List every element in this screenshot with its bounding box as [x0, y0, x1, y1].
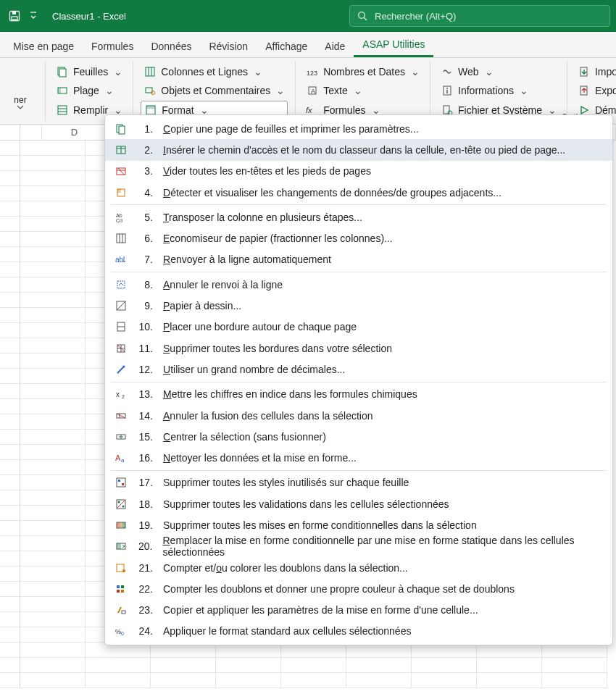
menu-item-16[interactable]: Aa16.Nettoyer les données et la mise en … [105, 447, 612, 468]
cell[interactable] [20, 171, 86, 186]
menu-item-17[interactable]: 17.Supprimer toutes les styles inutilisé… [105, 472, 612, 493]
cell[interactable] [346, 673, 412, 688]
cell[interactable] [20, 521, 86, 536]
cell[interactable] [20, 475, 86, 490]
search-box[interactable] [349, 5, 610, 27]
row-header[interactable] [0, 141, 20, 156]
cell[interactable] [477, 673, 542, 688]
cell[interactable] [20, 582, 86, 597]
cell[interactable] [20, 643, 86, 658]
row-header[interactable] [0, 551, 20, 567]
cell[interactable] [20, 201, 86, 217]
cell[interactable] [20, 490, 86, 506]
menu-item-10[interactable]: 10.Placer une bordure autour de chaque p… [105, 317, 612, 338]
menu-item-9[interactable]: 9.Papier à dessin... [105, 295, 612, 316]
row-header[interactable] [0, 156, 20, 171]
cell[interactable] [20, 536, 86, 551]
tab-aide[interactable]: Aide [316, 35, 354, 57]
tab-revision[interactable]: Révision [200, 35, 257, 57]
cell[interactable] [20, 445, 86, 460]
menu-item-1[interactable]: 1.Copier une page de feuilles et imprime… [105, 118, 612, 139]
ribbon-nombres-dates[interactable]: 123Nombres et Dates⌄ [303, 62, 423, 81]
cell[interactable] [20, 369, 86, 384]
ribbon-importer[interactable]: Importer⌄ [575, 62, 616, 81]
col-header-trunc[interactable] [20, 125, 42, 140]
cell[interactable] [20, 399, 86, 414]
row-header[interactable] [0, 536, 20, 551]
save-icon[interactable] [6, 7, 23, 25]
cell[interactable] [86, 658, 151, 673]
ribbon-informations[interactable]: Informations⌄ [438, 81, 559, 100]
cell[interactable] [20, 627, 86, 643]
row-header[interactable] [0, 354, 20, 369]
cell[interactable] [281, 658, 346, 673]
cell[interactable] [20, 262, 86, 277]
cell[interactable] [542, 658, 607, 673]
selectall-corner[interactable] [0, 125, 20, 140]
menu-item-13[interactable]: x213.Mettre les chiffres en indice dans … [105, 384, 612, 405]
row-header[interactable] [0, 673, 20, 688]
cell[interactable] [542, 673, 607, 688]
cell[interactable] [20, 414, 86, 430]
row-header[interactable] [0, 186, 20, 201]
ribbon-plage[interactable]: Plage⌄ [53, 81, 125, 100]
cell[interactable] [20, 277, 86, 293]
row-header[interactable] [0, 582, 20, 597]
menu-item-2[interactable]: 2.Insérer le chemin d'accès et le nom du… [105, 139, 612, 160]
ribbon-colonnes-lignes[interactable]: Colonnes et Lignes⌄ [141, 62, 288, 81]
col-header-d[interactable]: D [42, 125, 107, 140]
menu-item-4[interactable]: 4.Détecter et visualiser les changements… [105, 182, 612, 203]
row-header[interactable] [0, 643, 20, 658]
cell[interactable] [20, 141, 86, 156]
cell[interactable] [20, 354, 86, 369]
row-header[interactable] [0, 201, 20, 217]
ribbon-web[interactable]: Web⌄ [438, 62, 559, 81]
menu-item-22[interactable]: 22.Compter les doublons et donner une pr… [105, 578, 612, 599]
tab-donnees[interactable]: Données [142, 35, 200, 57]
row-header[interactable] [0, 597, 20, 612]
cell[interactable] [20, 338, 86, 354]
menu-item-5[interactable]: AbCd5.Transposer la colonne en plusieurs… [105, 206, 612, 227]
ribbon-truncated-big-button[interactable]: ner [3, 62, 38, 120]
cell[interactable] [412, 673, 477, 688]
cell[interactable] [20, 597, 86, 612]
row-header[interactable] [0, 293, 20, 308]
qat-more-icon[interactable] [26, 11, 41, 21]
cell[interactable] [477, 658, 542, 673]
row-header[interactable] [0, 384, 20, 399]
cell[interactable] [20, 567, 86, 582]
cell[interactable] [20, 232, 86, 247]
row-header[interactable] [0, 490, 20, 506]
cell[interactable] [20, 217, 86, 232]
menu-item-20[interactable]: 20.Remplacer la mise en forme conditionn… [105, 536, 612, 557]
row-header[interactable] [0, 247, 20, 262]
cell[interactable] [20, 293, 86, 308]
row-header[interactable] [0, 506, 20, 521]
cell[interactable] [86, 673, 151, 688]
row-header[interactable] [0, 369, 20, 384]
row-header[interactable] [0, 338, 20, 354]
row-header[interactable] [0, 567, 20, 582]
row-header[interactable] [0, 262, 20, 277]
row-header[interactable] [0, 323, 20, 338]
menu-item-14[interactable]: 14.Annuler la fusion des cellules dans l… [105, 405, 612, 426]
menu-item-15[interactable]: 15.Centrer la sélection (sans fusionner) [105, 426, 612, 447]
menu-item-24[interactable]: %024.Appliquer le format standard aux ce… [105, 621, 612, 642]
cell[interactable] [20, 612, 86, 627]
menu-item-6[interactable]: 6.Economiseur de papier (fractionner les… [105, 227, 612, 248]
cell[interactable] [20, 673, 86, 688]
row-header[interactable] [0, 308, 20, 323]
menu-item-12[interactable]: 12.Utiliser un grand nombre de décimales… [105, 359, 612, 380]
row-header[interactable] [0, 445, 20, 460]
tab-mise-en-page[interactable]: Mise en page [4, 35, 83, 57]
cell[interactable] [346, 658, 412, 673]
row-header[interactable] [0, 217, 20, 232]
row-header[interactable] [0, 430, 20, 445]
ribbon-texte[interactable]: ATexte⌄ [303, 81, 423, 100]
menu-item-19[interactable]: 19.Supprimer toutes les mises en forme c… [105, 514, 612, 535]
row-header[interactable] [0, 232, 20, 247]
row-header[interactable] [0, 277, 20, 293]
menu-item-21[interactable]: 21.Compter et/ou colorer les doublons da… [105, 557, 612, 578]
cell[interactable] [20, 551, 86, 567]
menu-item-7[interactable]: ab7.Renvoyer à la ligne automatiquement [105, 249, 612, 270]
